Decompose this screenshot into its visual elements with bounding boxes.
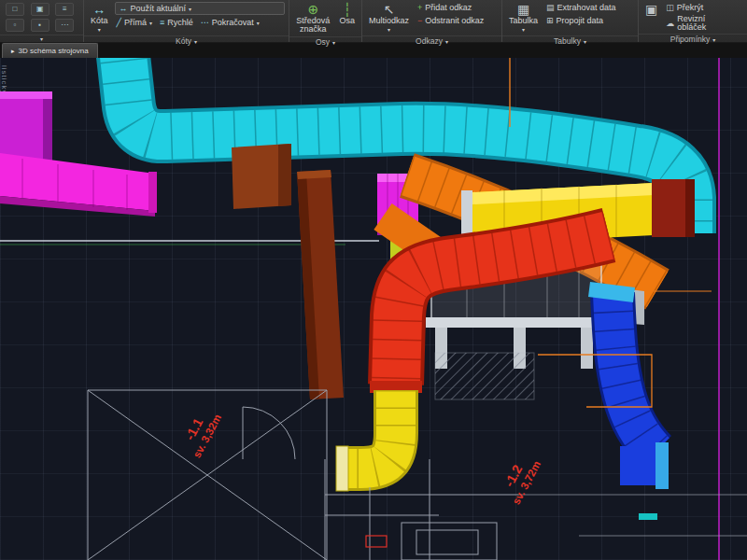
drawing-tab-title: 3D schéma strojovna [19,47,89,55]
stamp-button[interactable]: ▣ [642,2,660,17]
toolbar-icon-button[interactable]: ▣ [31,3,49,16]
link-data-button[interactable]: ⊞ Propojit data [544,15,634,26]
toolbar-icon-button[interactable]: ▪ [31,19,49,32]
dim-style-value: Použít aktuální [131,4,187,13]
ribbon-panel-koty: ↔ Kóta ▾ ↔ Použít aktuální ▾ ╱ Přímá ▾ [84,0,289,42]
revision-cloud-label: Revizní obláček [677,15,726,32]
multileader-icon: ↖ [384,3,395,16]
dim-style-icon: ↔ [120,5,128,13]
toolbar-icon-button[interactable]: ⋯ [55,19,74,32]
toolbar-icon-button[interactable]: ≡ [55,3,74,16]
center-mark-button[interactable]: ⊕ Středová značka [293,2,332,35]
dim-style-dropdown[interactable]: ↔ Použít aktuální ▾ [115,2,285,15]
link-data-icon: ⊞ [546,17,554,25]
revision-cloud-icon: ☁ [666,20,674,28]
chevron-down-icon: ▾ [189,6,191,12]
panel-label-pripominky[interactable]: Připomínky ▾ [639,34,747,44]
centerline-icon: ┆ [344,3,351,16]
table-button[interactable]: ▦ Tabulka ▾ [506,2,541,34]
cad-drawing: -1.1 sv. 3,32m -1.2 sv. 3,72m [0,58,747,560]
panel-title: Tabulky [554,36,581,46]
center-mark-icon: ⊕ [307,3,318,16]
wipeout-label: Překrýt [677,3,704,12]
stamp-icon: ▣ [645,3,657,16]
panel-label-odkazy[interactable]: Odkazy ▾ [362,35,501,46]
dimension-button-label: Kóta [91,17,108,25]
tool-icon: ▪ [38,21,41,29]
tool-icon: ≡ [63,6,67,13]
panel-label-partial[interactable]: ▾ [0,35,83,42]
revision-cloud-button[interactable]: ☁ Revizní obláček [664,15,743,32]
remove-leader-button[interactable]: − Odstranit odkaz [416,15,498,26]
tool-icon: □ [13,6,18,13]
autocad-window: □ ▣ ≡ ▫ ▪ ⋯ ▾ ↔ Kóta ▾ ↔ Použít aktuá [0,0,747,560]
chevron-down-icon: ▾ [257,20,260,26]
wipeout-icon: ◫ [666,4,674,12]
panel-label-koty[interactable]: Kóty ▾ [84,35,289,46]
multileader-label: Multiodkaz [369,17,409,25]
add-leader-icon: + [417,4,422,12]
panel-label-tabulky[interactable]: Tabulky ▾ [502,35,638,46]
centerline-button[interactable]: ┆ Osa [336,2,358,26]
add-leader-label: Přidat odkaz [425,3,472,12]
center-mark-label: Středová značka [296,17,330,34]
chevron-down-icon: ▾ [584,38,586,45]
chevron-down-icon: ▾ [149,20,152,26]
extract-data-icon: ▤ [546,4,555,12]
panel-label-osy[interactable]: Osy ▾ [289,36,361,47]
remove-leader-label: Odstranit odkaz [425,16,484,25]
extract-data-label: Extrahovat data [557,3,616,12]
chevron-down-icon: ▾ [712,36,715,43]
linear-dim-label: Přímá [124,18,147,27]
remove-leader-icon: − [417,17,422,25]
quick-dim-label: Rychlé [167,18,193,27]
add-leader-button[interactable]: + Přidat odkaz [416,2,498,13]
drawing-tab-icon: ▸ [11,48,15,55]
quick-dim-button[interactable]: ≡ Rychlé [158,17,195,28]
red-plan-box[interactable] [366,536,387,547]
chevron-down-icon: ▾ [98,26,101,33]
wipeout-button[interactable]: ◫ Překrýt [664,2,743,13]
room-annotation-2[interactable]: -1.2 sv. 3,72m [496,451,543,506]
link-data-label: Propojit data [557,16,604,25]
hatch-area [435,353,534,399]
ribbon: □ ▣ ≡ ▫ ▪ ⋯ ▾ ↔ Kóta ▾ ↔ Použít aktuá [0,0,747,43]
tool-icon: ⋯ [61,21,68,29]
tool-icon: ▫ [14,21,17,29]
dimension-icon: ↔ [92,3,106,16]
chevron-down-icon: ▾ [194,38,197,45]
continue-dim-label: Pokračovat [212,18,254,27]
table-button-label: Tabulka [509,17,538,25]
duct-yellow-drop[interactable] [336,390,396,491]
teal-marker[interactable] [639,513,657,520]
dimension-button[interactable]: ↔ Kóta ▾ [88,2,111,34]
panel-title: Odkazy [416,36,443,46]
drawing-tab[interactable]: ▸ 3D schéma strojovna [2,43,98,58]
ribbon-panel-partial: □ ▣ ≡ ▫ ▪ ⋯ ▾ [0,0,84,42]
panel-title: Kóty [176,36,191,46]
continue-dim-icon: ⋯ [201,19,209,27]
table-icon: ▦ [517,3,529,16]
linear-dim-button[interactable]: ╱ Přímá ▾ [115,17,154,28]
linear-dim-icon: ╱ [117,19,121,27]
continue-dim-button[interactable]: ⋯ Pokračovat ▾ [199,17,261,28]
chevron-down-icon: ▾ [388,26,390,33]
duct-pink[interactable] [0,153,157,217]
toolbar-icon-button[interactable]: □ [6,3,24,16]
duct-blue[interactable] [588,282,669,489]
centerline-label: Osa [339,17,355,25]
panel-title: Osy [316,37,330,47]
toolbar-icon-button[interactable]: ▫ [6,19,24,32]
ribbon-panel-tabulky: ▦ Tabulka ▾ ▤ Extrahovat data ⊞ Propojit… [502,0,639,42]
multileader-button[interactable]: ↖ Multiodkaz ▾ [366,2,412,34]
room-annotation-1[interactable]: -1.1 sv. 3,32m [176,404,223,459]
chevron-down-icon: ▾ [522,26,525,33]
duct-brown[interactable] [232,144,344,399]
quick-dim-icon: ≡ [160,19,164,27]
extract-data-button[interactable]: ▤ Extrahovat data [544,2,634,13]
viewport[interactable]: listický [0,58,747,560]
ribbon-panel-osy: ⊕ Středová značka ┆ Osa Osy ▾ [289,0,362,42]
ribbon-panel-pripominky: ▣ ◫ Překrýt ☁ Revizní obláček Připomínky… [639,0,747,42]
ribbon-panel-odkazy: ↖ Multiodkaz ▾ + Přidat odkaz − Odstrani… [362,0,502,42]
panel-title: Připomínky [670,35,711,44]
